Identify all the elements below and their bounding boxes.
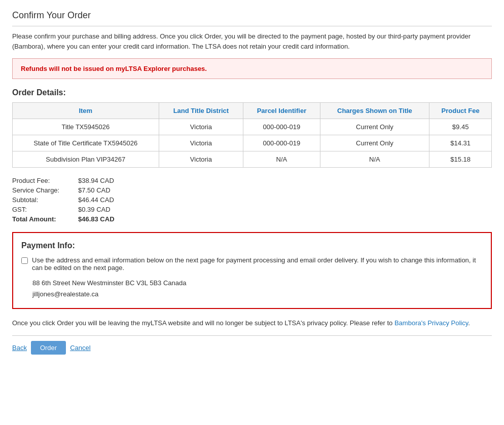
page-title: Confirm Your Order [12,10,492,26]
cell-parcel-0: 000-000-019 [243,119,320,135]
cell-item-0: Title TX5945026 [13,119,159,135]
cell-district-2: Victoria [159,151,243,168]
col-header-parcel: Parcel Identifier [243,103,320,119]
address-line: 88 6th Street New Westminster BC V3L 5B3… [32,278,483,289]
intro-text: Please confirm your purchase and billing… [12,31,492,51]
cell-charges-0: Current Only [320,119,429,135]
cell-fee-1: $14.31 [429,135,492,151]
cell-parcel-2: N/A [243,151,320,168]
back-button[interactable]: Back [12,344,27,352]
col-header-item: Item [13,103,159,119]
total-label: Total Amount: [12,215,78,223]
gst-label: GST: [12,206,78,213]
cell-district-1: Victoria [159,135,243,151]
cell-fee-2: $15.18 [429,151,492,168]
cell-district-0: Victoria [159,119,243,135]
table-row: Subdivision Plan VIP34267VictoriaN/AN/A$… [13,151,492,168]
subtotal-label: Subtotal: [12,196,78,204]
order-table: Item Land Title District Parcel Identifi… [12,102,492,168]
gst-value: $0.39 CAD [78,206,111,213]
warning-box: Refunds will not be issued on myLTSA Exp… [12,58,492,79]
total-value: $46.83 CAD [78,215,115,223]
cell-fee-0: $9.45 [429,119,492,135]
fee-summary: Product Fee: $38.94 CAD Service Charge: … [12,177,492,223]
service-charge-row: Service Charge: $7.50 CAD [12,186,492,194]
cancel-button[interactable]: Cancel [70,344,90,352]
cell-parcel-1: 000-000-019 [243,135,320,151]
order-details-title: Order Details: [12,88,492,97]
use-address-checkbox-row[interactable]: Use the address and email information be… [21,256,483,272]
col-header-fee: Product Fee [429,103,492,119]
service-charge-value: $7.50 CAD [78,186,111,194]
col-header-district: Land Title District [159,103,243,119]
privacy-text: Once you click Order you will be leaving… [12,318,492,328]
product-fee-value: $38.94 CAD [78,177,114,184]
payment-info-title: Payment Info: [21,241,483,250]
table-row: Title TX5945026Victoria000-000-019Curren… [13,119,492,135]
table-row: State of Title Certificate TX5945026Vict… [13,135,492,151]
use-address-checkbox[interactable] [21,257,28,264]
privacy-after: . [468,319,470,327]
payment-info-box: Payment Info: Use the address and email … [12,232,492,309]
col-header-charges: Charges Shown on Title [320,103,429,119]
cell-charges-2: N/A [320,151,429,168]
product-fee-label: Product Fee: [12,177,78,184]
address-block: 88 6th Street New Westminster BC V3L 5B3… [32,278,483,300]
total-row: Total Amount: $46.83 CAD [12,215,492,223]
order-button[interactable]: Order [31,341,66,355]
subtotal-row: Subtotal: $46.44 CAD [12,196,492,204]
cell-item-2: Subdivision Plan VIP34267 [13,151,159,168]
privacy-policy-link[interactable]: Bambora's Privacy Policy [394,319,468,327]
cell-item-1: State of Title Certificate TX5945026 [13,135,159,151]
email-line: jilljones@realestate.ca [32,289,483,300]
gst-row: GST: $0.39 CAD [12,206,492,213]
subtotal-value: $46.44 CAD [78,196,114,204]
use-address-label: Use the address and email information be… [32,256,483,272]
privacy-before: Once you click Order you will be leaving… [12,319,394,327]
service-charge-label: Service Charge: [12,186,78,194]
bottom-buttons: Back Order Cancel [12,335,492,355]
cell-charges-1: Current Only [320,135,429,151]
product-fee-row: Product Fee: $38.94 CAD [12,177,492,184]
